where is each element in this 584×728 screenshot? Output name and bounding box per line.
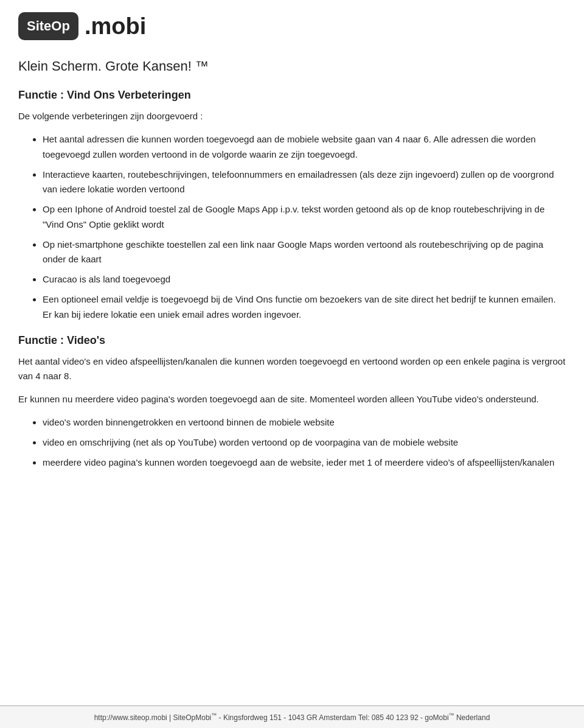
list-item: video en omschrijving (net als op YouTub… xyxy=(43,435,566,450)
logo-box: SiteOp xyxy=(18,12,78,40)
section-vind-ons-intro: De volgende verbeteringen zijn doorgevoe… xyxy=(18,109,566,124)
list-item: Curacao is als land toegevoegd xyxy=(43,272,566,287)
vind-ons-bullet-list: Het aantal adressen die kunnen worden to… xyxy=(18,132,566,322)
logo-mobi: .mobi xyxy=(85,13,146,40)
section-videos-intro2: Er kunnen nu meerdere video pagina's wor… xyxy=(18,392,566,407)
list-item: Op niet-smartphone geschikte toestellen … xyxy=(43,237,566,268)
footer: http://www.siteop.mobi | SiteOpMobi™ - K… xyxy=(0,705,584,728)
list-item: meerdere video pagina's kunnen worden to… xyxy=(43,455,566,471)
footer-company: SiteOpMobi™ xyxy=(173,713,217,722)
list-item: Het aantal adressen die kunnen worden to… xyxy=(43,132,566,163)
list-item: video's worden binnengetrokken en vertoo… xyxy=(43,415,566,430)
header: SiteOp .mobi xyxy=(18,12,566,46)
list-item: Interactieve kaarten, routebeschrijvinge… xyxy=(43,167,566,198)
videos-bullet-list: video's worden binnengetrokken en vertoo… xyxy=(18,415,566,470)
section-videos-intro1: Het aantal video's en video afspeellijst… xyxy=(18,354,566,383)
list-item: Op een Iphone of Android toestel zal de … xyxy=(43,202,566,233)
logo-siteop: SiteOp xyxy=(27,18,70,34)
tagline: Klein Scherm. Grote Kansen! ™ xyxy=(18,58,566,74)
footer-url[interactable]: http://www.siteop.mobi xyxy=(94,713,167,722)
section-vind-ons-title: Functie : Vind Ons Verbeteringen xyxy=(18,89,566,102)
section-videos-title: Functie : Video's xyxy=(18,334,566,347)
list-item: Een optioneel email veldje is toegevoegd… xyxy=(43,292,566,323)
footer-address: - Kingsfordweg 151 - 1043 GR Amsterdam T… xyxy=(219,713,490,722)
